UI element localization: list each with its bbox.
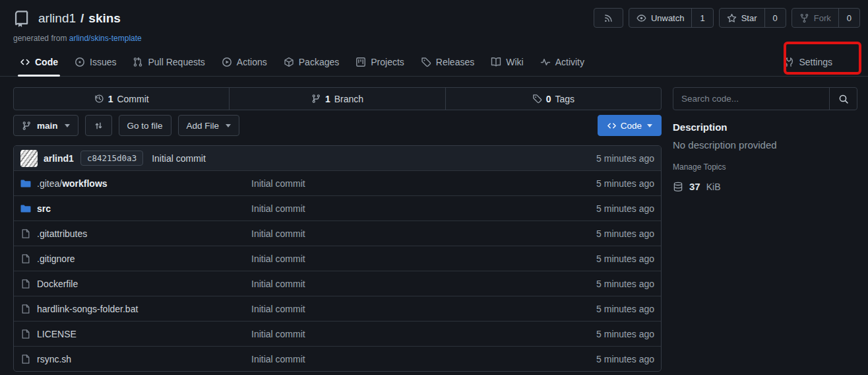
repo-size-unit: KiB <box>706 182 721 192</box>
latest-commit-row: arlind1 c84215d0a3 Initial commit 5 minu… <box>14 146 661 170</box>
branch-selector[interactable]: main <box>13 115 78 136</box>
star-button-group: Star 0 <box>719 8 786 28</box>
tab-code[interactable]: Code <box>13 48 65 76</box>
code-download-button[interactable]: Code <box>598 115 662 136</box>
manage-topics-link[interactable]: Manage Topics <box>673 162 857 172</box>
search-button[interactable] <box>829 88 857 110</box>
tags-count: 0 <box>546 94 551 104</box>
file-commit-time: 5 minutes ago <box>596 178 654 189</box>
file-link[interactable]: rsync.sh <box>20 354 251 364</box>
folder-icon <box>20 178 31 189</box>
page-title: arlind1 / skins <box>38 11 121 26</box>
tab-releases[interactable]: Releases <box>414 48 481 76</box>
file-icon <box>20 228 31 239</box>
commit-time: 5 minutes ago <box>596 153 654 164</box>
forks-count[interactable]: 0 <box>838 9 859 27</box>
repo-name-link[interactable]: skins <box>88 11 121 26</box>
commits-label: Commit <box>117 94 148 104</box>
code-icon <box>607 121 617 131</box>
tab-packages[interactable]: Packages <box>277 48 346 76</box>
go-to-file-button[interactable]: Go to file <box>119 115 171 136</box>
file-link[interactable]: hardlink-songs-folder.bat <box>20 304 251 314</box>
tags-stat[interactable]: 0 Tags <box>445 88 661 110</box>
file-link[interactable]: .gitea/workflows <box>20 178 251 189</box>
file-icon <box>20 279 31 289</box>
tab-wiki[interactable]: Wiki <box>484 48 530 76</box>
file-commit-message[interactable]: Initial commit <box>251 203 596 214</box>
tag-icon <box>421 57 431 67</box>
branches-label: Branch <box>334 94 363 104</box>
compare-icon <box>94 121 104 131</box>
branches-stat[interactable]: 1 Branch <box>229 88 445 110</box>
commit-author-link[interactable]: arlind1 <box>44 153 74 164</box>
commit-message-link[interactable]: Initial commit <box>152 153 206 164</box>
chevron-down-icon <box>65 124 70 127</box>
chevron-down-icon <box>647 124 652 127</box>
file-commit-message[interactable]: Initial commit <box>251 354 596 364</box>
rss-icon <box>604 13 613 23</box>
fork-button[interactable]: Fork <box>792 9 838 27</box>
repo-stats-bar: 1 Commit 1 Branch 0 Tags <box>13 87 662 110</box>
file-commit-time: 5 minutes ago <box>596 254 654 264</box>
tab-pull-requests[interactable]: Pull Requests <box>126 48 211 76</box>
commits-stat[interactable]: 1 Commit <box>14 88 229 110</box>
branches-count: 1 <box>325 94 330 104</box>
add-file-button[interactable]: Add File <box>178 115 240 136</box>
table-row: src Initial commit 5 minutes ago <box>14 195 661 221</box>
file-commit-message[interactable]: Initial commit <box>251 228 596 239</box>
commit-hash-link[interactable]: c84215d0a3 <box>80 151 143 166</box>
stars-count[interactable]: 0 <box>764 9 786 27</box>
issue-icon <box>75 57 85 67</box>
search-input[interactable] <box>673 88 829 110</box>
file-link[interactable]: .gitattributes <box>20 228 251 239</box>
star-button[interactable]: Star <box>720 9 764 27</box>
file-link[interactable]: src <box>20 203 251 214</box>
unwatch-label: Unwatch <box>651 13 685 23</box>
file-link[interactable]: Dockerfile <box>20 279 251 289</box>
tab-projects[interactable]: Projects <box>349 48 411 76</box>
code-button-label: Code <box>621 121 642 131</box>
file-name: .gitattributes <box>37 228 87 239</box>
table-row: LICENSE Initial commit 5 minutes ago <box>14 321 661 346</box>
project-board-icon <box>356 57 366 67</box>
tab-actions[interactable]: Actions <box>215 48 274 76</box>
tab-activity[interactable]: Activity <box>534 48 591 76</box>
eye-icon <box>636 13 646 23</box>
file-commit-message[interactable]: Initial commit <box>251 254 596 264</box>
star-icon <box>727 13 737 23</box>
file-link[interactable]: .gitignore <box>20 254 251 264</box>
rss-button[interactable] <box>594 8 623 28</box>
tab-issues[interactable]: Issues <box>68 48 123 76</box>
avatar[interactable] <box>20 150 38 167</box>
content-area: 1 Commit 1 Branch 0 Tags main <box>0 77 868 372</box>
file-icon <box>20 254 31 264</box>
file-name: .gitignore <box>37 254 75 264</box>
compare-button[interactable] <box>85 115 112 136</box>
file-name: LICENSE <box>37 329 77 339</box>
file-commit-message[interactable]: Initial commit <box>251 304 596 314</box>
file-commit-message[interactable]: Initial commit <box>251 178 596 189</box>
repo-tab-bar: Code Issues Pull Requests Actions Packag… <box>0 48 868 77</box>
tab-settings[interactable]: Settings <box>777 48 839 76</box>
repo-icon <box>13 10 30 27</box>
tab-label: Code <box>35 57 58 67</box>
tab-label: Projects <box>371 57 404 67</box>
file-link[interactable]: LICENSE <box>20 329 251 339</box>
package-icon <box>284 57 294 67</box>
branch-icon <box>22 121 32 131</box>
file-commit-message[interactable]: Initial commit <box>251 329 596 339</box>
repo-owner-link[interactable]: arlind1 <box>38 11 76 26</box>
star-label: Star <box>741 13 757 23</box>
file-name: rsync.sh <box>37 354 71 364</box>
template-repo-link[interactable]: arlind/skins-template <box>69 34 142 43</box>
file-name: hardlink-songs-folder.bat <box>37 304 138 314</box>
unwatch-button[interactable]: Unwatch <box>629 9 692 27</box>
watchers-count[interactable]: 1 <box>691 9 712 27</box>
repo-action-buttons: Unwatch 1 Star 0 Fork 0 <box>594 8 860 28</box>
add-file-label: Add File <box>187 121 220 131</box>
file-commit-time: 5 minutes ago <box>596 279 654 289</box>
file-name: src <box>37 203 51 214</box>
tab-label: Settings <box>799 57 832 67</box>
table-row: .gitea/workflows Initial commit 5 minute… <box>14 170 661 195</box>
file-commit-message[interactable]: Initial commit <box>251 279 596 289</box>
